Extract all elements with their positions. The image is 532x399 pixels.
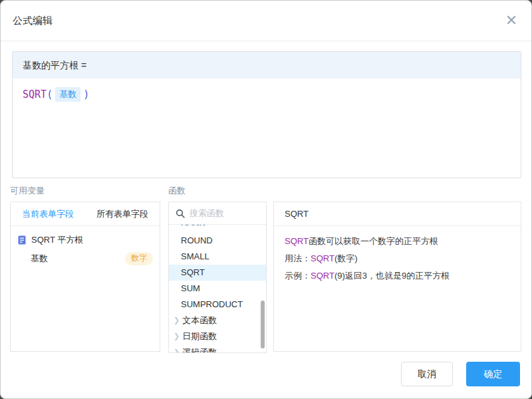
scrollbar-thumb[interactable]	[261, 301, 265, 348]
chevron-right-icon: ❯	[174, 313, 180, 329]
formula-expression[interactable]: SQRT(基数)	[13, 78, 521, 110]
variables-panel: 当前表单字段 所有表单字段 SQRT 平方根 基数 数字	[10, 201, 160, 352]
detail-title: SQRT	[274, 202, 521, 226]
function-group-date[interactable]: ❯ 日期函数	[169, 329, 266, 344]
search-placeholder: 搜索函数	[190, 207, 224, 219]
formula-function-name: SQRT	[23, 88, 47, 100]
function-item[interactable]: SMALL	[169, 249, 266, 265]
formula-editor[interactable]: 基数的平方根 = SQRT(基数)	[12, 51, 521, 178]
variable-tree-child[interactable]: 基数 数字	[11, 250, 160, 267]
formula-variable-chip[interactable]: 基数	[55, 87, 80, 102]
formula-edit-dialog: 公式编辑 ✕ 基数的平方根 = SQRT(基数) 可用变量 函数 当前表单字段 …	[0, 0, 532, 399]
detail-description: SQRT函数可以获取一个数字的正平方根	[285, 233, 510, 250]
function-item-clipped[interactable]: RANK	[169, 225, 266, 233]
variables-tabs: 当前表单字段 所有表单字段	[11, 202, 160, 226]
header-divider	[1, 41, 531, 41]
function-item[interactable]: SUM	[169, 281, 266, 297]
search-icon	[176, 209, 185, 218]
dialog-title: 公式编辑	[13, 15, 53, 27]
function-detail-panel: SQRT SQRT函数可以获取一个数字的正平方根 用法：SQRT(数字) 示例：…	[273, 201, 521, 352]
function-group-label: 文本函数	[182, 313, 217, 329]
tab-current-form-fields[interactable]: 当前表单字段	[11, 202, 85, 225]
function-item[interactable]: SUMPRODUCT	[169, 297, 266, 313]
variables-section-label: 可用变量	[10, 185, 45, 197]
detail-usage: 用法：SQRT(数字)	[285, 250, 510, 267]
function-item[interactable]: ROUND	[169, 233, 266, 249]
variable-tree-parent[interactable]: SQRT 平方根	[11, 231, 160, 249]
formula-paren-open: (	[47, 88, 53, 100]
function-group-label: 日期函数	[182, 329, 217, 344]
variable-type-badge: 数字	[125, 252, 153, 265]
confirm-button[interactable]: 确定	[466, 362, 520, 386]
tab-all-form-fields[interactable]: 所有表单字段	[85, 202, 160, 225]
document-icon	[17, 235, 27, 245]
function-search[interactable]: 搜索函数	[169, 202, 266, 225]
chevron-right-icon: ❯	[174, 329, 180, 344]
variable-tree-child-label: 基数	[31, 253, 48, 265]
cancel-button[interactable]: 取消	[401, 362, 453, 386]
function-list: RANK ROUND SMALL SQRT SUM SUMPRODUCT ❯ 文…	[169, 225, 266, 353]
function-group-text[interactable]: ❯ 文本函数	[169, 313, 266, 329]
formula-paren-close: )	[83, 88, 89, 100]
variable-tree-parent-label: SQRT 平方根	[31, 234, 83, 246]
function-group-logic[interactable]: ❯ 逻辑函数	[169, 344, 266, 353]
function-item-selected[interactable]: SQRT	[169, 265, 266, 281]
detail-body: SQRT函数可以获取一个数字的正平方根 用法：SQRT(数字) 示例：SQRT(…	[274, 226, 521, 291]
detail-example: 示例：SQRT(9)返回3，也就是9的正平方根	[285, 267, 510, 285]
functions-panel: 搜索函数 RANK ROUND SMALL SQRT SUM SUMPRODUC…	[168, 201, 267, 353]
formula-result-label: 基数的平方根 =	[13, 52, 521, 78]
functions-section-label: 函数	[168, 185, 186, 197]
function-group-label: 逻辑函数	[182, 344, 217, 353]
close-icon[interactable]: ✕	[502, 11, 521, 30]
chevron-right-icon: ❯	[174, 344, 180, 353]
